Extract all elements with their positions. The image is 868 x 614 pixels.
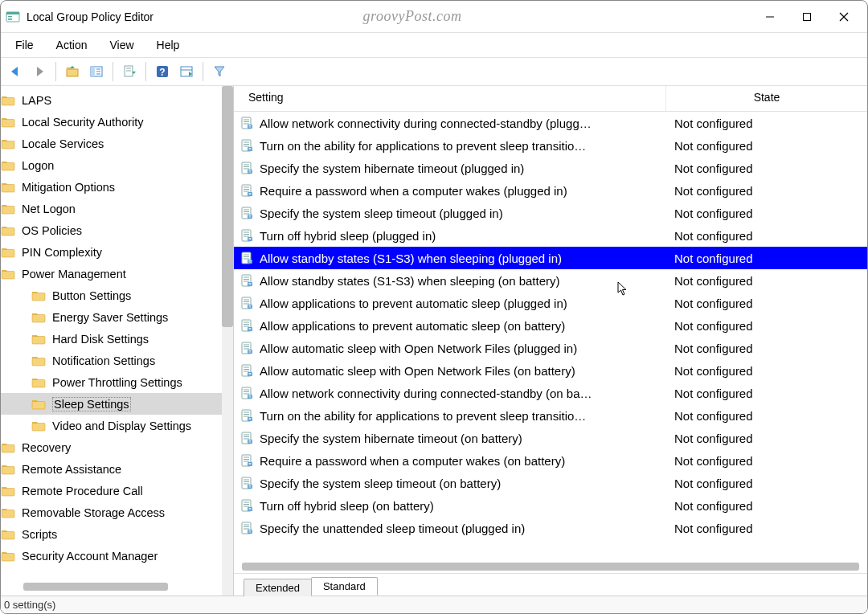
- list-body[interactable]: Allow network connectivity during connec…: [234, 112, 867, 573]
- menu-help[interactable]: Help: [147, 35, 190, 55]
- svg-rect-43: [2, 532, 14, 540]
- svg-rect-140: [248, 417, 252, 421]
- setting-row[interactable]: Allow automatic sleep with Open Network …: [234, 337, 867, 359]
- setting-row[interactable]: Turn off hybrid sleep (on battery)Not co…: [234, 494, 867, 517]
- properties-button[interactable]: [175, 60, 198, 83]
- back-button[interactable]: [4, 60, 27, 83]
- setting-state: Not configured: [674, 297, 861, 310]
- setting-row[interactable]: Allow applications to prevent automatic …: [234, 314, 867, 337]
- svg-rect-126: [248, 372, 252, 376]
- column-state[interactable]: State: [666, 86, 867, 111]
- list-hscroll-thumb[interactable]: [242, 563, 859, 571]
- menu-action[interactable]: Action: [47, 35, 97, 55]
- svg-rect-119: [248, 350, 252, 354]
- tree-vscroll-thumb[interactable]: [222, 86, 233, 327]
- tab-extended[interactable]: Extended: [244, 579, 312, 596]
- tree-item-label: Remote Procedure Call: [22, 485, 143, 497]
- tree-item[interactable]: Net Logon: [1, 198, 233, 219]
- column-setting[interactable]: Setting: [240, 86, 666, 111]
- setting-row[interactable]: Specify the unattended sleep timeout (pl…: [234, 517, 867, 539]
- tree-item[interactable]: Security Account Manager: [1, 545, 233, 567]
- setting-icon: [240, 454, 253, 467]
- tree-item[interactable]: Mitigation Options: [1, 176, 233, 198]
- svg-rect-175: [248, 530, 252, 534]
- svg-rect-35: [32, 358, 45, 366]
- setting-row[interactable]: Require a password when a computer wakes…: [234, 449, 867, 472]
- setting-row[interactable]: Allow standby states (S1-S3) when sleepi…: [234, 247, 867, 269]
- tree-item[interactable]: Hard Disk Settings: [1, 328, 233, 350]
- tree-item[interactable]: OS Policies: [1, 219, 233, 241]
- tree-item-label: LAPS: [22, 94, 51, 107]
- tab-standard[interactable]: Standard: [311, 577, 378, 596]
- tree-vscroll-track[interactable]: [222, 86, 233, 596]
- tree-item-label: PIN Complexity: [22, 246, 102, 259]
- svg-rect-147: [248, 440, 252, 444]
- folder-icon: [1, 528, 15, 540]
- setting-row[interactable]: Turn off hybrid sleep (plugged in)Not co…: [234, 224, 867, 247]
- svg-rect-37: [32, 402, 45, 410]
- setting-row[interactable]: Specify the system hibernate timeout (on…: [234, 427, 867, 449]
- up-folder-button[interactable]: [61, 60, 84, 83]
- forward-button[interactable]: [28, 60, 51, 83]
- setting-row[interactable]: Specify the system sleep timeout (plugge…: [234, 202, 867, 224]
- svg-rect-38: [32, 424, 45, 432]
- tree-item[interactable]: Sleep Settings: [1, 393, 233, 415]
- tree-item[interactable]: Video and Display Settings: [1, 415, 233, 436]
- setting-row[interactable]: Require a password when a computer wakes…: [234, 179, 867, 202]
- menu-view[interactable]: View: [100, 35, 143, 55]
- setting-name: Specify the system sleep timeout (on bat…: [260, 477, 674, 490]
- setting-row[interactable]: Allow standby states (S1-S3) when sleepi…: [234, 269, 867, 292]
- setting-row[interactable]: Allow network connectivity during connec…: [234, 382, 867, 404]
- show-hide-tree-button[interactable]: [85, 60, 108, 83]
- tree-item[interactable]: Notification Settings: [1, 350, 233, 371]
- tree-item[interactable]: Remote Procedure Call: [1, 480, 233, 501]
- setting-row[interactable]: Turn on the ability for applications to …: [234, 404, 867, 427]
- setting-name: Specify the system hibernate timeout (pl…: [260, 162, 674, 175]
- setting-icon: [240, 342, 253, 354]
- tree-item[interactable]: Removable Storage Access: [1, 501, 233, 523]
- setting-name: Allow applications to prevent automatic …: [260, 297, 674, 310]
- setting-row[interactable]: Allow applications to prevent automatic …: [234, 292, 867, 314]
- setting-row[interactable]: Specify the system sleep timeout (on bat…: [234, 472, 867, 494]
- tree-item[interactable]: Power Throttling Settings: [1, 371, 233, 393]
- setting-name: Allow network connectivity during connec…: [260, 117, 674, 130]
- close-button[interactable]: [825, 4, 862, 30]
- list-tabs: Extended Standard: [234, 573, 867, 596]
- filter-button[interactable]: [208, 60, 231, 83]
- tree-pane[interactable]: LAPSLocal Security AuthorityLocale Servi…: [1, 86, 234, 596]
- minimize-button[interactable]: [751, 4, 788, 30]
- svg-rect-26: [2, 163, 14, 171]
- help-button[interactable]: ?: [151, 60, 174, 83]
- folder-icon: [31, 333, 46, 345]
- setting-row[interactable]: Allow network connectivity during connec…: [234, 112, 867, 134]
- tree-item[interactable]: Recovery: [1, 436, 233, 458]
- tree-item[interactable]: Local Security Authority: [1, 111, 233, 133]
- folder-icon: [1, 441, 15, 453]
- setting-icon: [240, 432, 253, 444]
- tree-item[interactable]: Energy Saver Settings: [1, 306, 233, 328]
- svg-rect-1: [6, 12, 19, 14]
- tree-item[interactable]: LAPS: [1, 89, 233, 111]
- setting-name: Allow applications to prevent automatic …: [260, 319, 674, 333]
- export-list-button[interactable]: [118, 60, 141, 83]
- setting-state: Not configured: [674, 522, 861, 535]
- setting-row[interactable]: Allow automatic sleep with Open Network …: [234, 359, 867, 382]
- maximize-button[interactable]: [788, 4, 825, 30]
- setting-name: Allow standby states (S1-S3) when sleepi…: [260, 252, 674, 265]
- svg-rect-133: [248, 395, 252, 399]
- setting-row[interactable]: Specify the system hibernate timeout (pl…: [234, 157, 867, 179]
- tree-item[interactable]: Scripts: [1, 523, 233, 545]
- tree-item[interactable]: Remote Assistance: [1, 458, 233, 480]
- tree-item[interactable]: Power Management: [1, 263, 233, 284]
- tree-hscroll-thumb[interactable]: [23, 583, 168, 591]
- tree-item[interactable]: Locale Services: [1, 133, 233, 154]
- tree-item[interactable]: PIN Complexity: [1, 241, 233, 263]
- menu-file[interactable]: File: [6, 35, 43, 55]
- tree-item-label: Removable Storage Access: [22, 506, 165, 519]
- tree-item[interactable]: Logon: [1, 154, 233, 176]
- tree-item[interactable]: Button Settings: [1, 284, 233, 306]
- svg-rect-27: [2, 185, 14, 193]
- list-pane: Setting State Allow network connectivity…: [234, 86, 867, 596]
- setting-row[interactable]: Turn on the ability for applications to …: [234, 134, 867, 157]
- folder-icon: [1, 485, 15, 497]
